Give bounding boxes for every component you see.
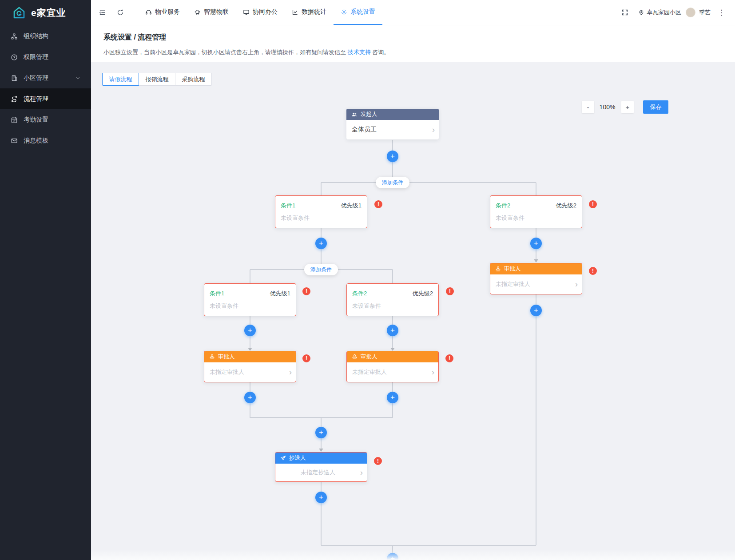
more-options-icon[interactable]: ⋮ xyxy=(715,8,728,17)
page-head: 系统设置 / 流程管理 小区独立设置，当前小区是卓瓦家园，切换小区请点击右上角，… xyxy=(103,33,389,56)
connector-line xyxy=(321,182,536,183)
community-switcher[interactable]: 卓瓦家园小区 xyxy=(638,8,681,16)
permission-icon xyxy=(11,54,18,61)
tech-support-link[interactable]: 技术支持 xyxy=(348,49,371,56)
approver-header-label: 审批人 xyxy=(361,353,377,361)
sidebar-item-org-structure[interactable]: 组织结构 xyxy=(0,26,91,47)
tab-reimburse-flow[interactable]: 报销流程 xyxy=(139,73,175,86)
user-menu[interactable]: 季艺 xyxy=(686,8,711,17)
workflow-icon xyxy=(11,95,18,103)
zoom-in-button[interactable]: + xyxy=(621,101,634,113)
condition-priority: 优先级2 xyxy=(556,202,576,210)
add-node-button[interactable]: + xyxy=(315,492,327,503)
condition-node-header: 条件2 优先级2 xyxy=(347,284,438,298)
condition-node[interactable]: 条件2 优先级2 未设置条件 xyxy=(346,283,439,316)
zoom-level: 100% xyxy=(594,101,621,113)
condition-title: 条件1 xyxy=(210,290,224,298)
initiator-node-body: 全体员工 › xyxy=(346,120,439,139)
save-button[interactable]: 保存 xyxy=(643,100,668,114)
condition-node[interactable]: 条件1 优先级1 未设置条件 xyxy=(275,195,367,228)
add-condition-button[interactable]: 添加条件 xyxy=(304,264,338,275)
add-node-button[interactable]: + xyxy=(387,325,398,336)
condition-priority: 优先级1 xyxy=(341,202,362,210)
cc-node[interactable]: 抄送人 未指定抄送人 › xyxy=(275,452,367,482)
arrowhead-icon xyxy=(248,348,252,351)
condition-title: 条件2 xyxy=(496,202,510,210)
sidebar-item-attendance[interactable]: 考勤设置 xyxy=(0,109,91,130)
nav-item-settings[interactable]: 系统设置 xyxy=(334,0,382,25)
add-node-button[interactable]: + xyxy=(315,238,327,249)
initiator-value: 全体员工 xyxy=(352,126,377,134)
approver-header-label: 审批人 xyxy=(504,265,521,273)
condition-placeholder: 未设置条件 xyxy=(275,210,367,228)
attendance-icon xyxy=(11,116,18,123)
arrowhead-icon xyxy=(534,259,538,262)
add-node-button[interactable]: + xyxy=(530,305,542,316)
nav-item-label: 协同办公 xyxy=(253,8,278,16)
approver-node-body: 未指定审批人 › xyxy=(490,274,582,294)
approver-node[interactable]: 审批人 未指定审批人 › xyxy=(204,351,296,382)
chevron-right-icon: › xyxy=(432,368,434,376)
condition-placeholder: 未设置条件 xyxy=(490,210,582,228)
add-condition-button[interactable]: 添加条件 xyxy=(376,177,409,188)
app-root: { "colors": { "accent_blue": "#338df5", … xyxy=(0,0,735,560)
condition-node[interactable]: 条件2 优先级2 未设置条件 xyxy=(490,195,582,228)
nav-item-label: 物业服务 xyxy=(155,8,180,16)
cc-node-header: 抄送人 xyxy=(275,453,367,464)
condition-node-header: 条件1 优先级1 xyxy=(275,196,367,210)
connector-line xyxy=(536,294,536,545)
sidebar-item-label: 流程管理 xyxy=(24,95,48,103)
nav-item-property-service[interactable]: 物业服务 xyxy=(138,0,187,25)
org-structure-icon xyxy=(11,33,18,40)
add-node-button[interactable]: + xyxy=(387,151,398,162)
page-subtitle: 小区独立设置，当前小区是卓瓦家园，切换小区请点击右上角，请谨慎操作，如有疑问请发… xyxy=(103,48,389,56)
approver-node[interactable]: 审批人 未指定审批人 › xyxy=(346,351,439,382)
app-logo[interactable]: e家宜业 xyxy=(0,0,91,26)
sidebar-item-community[interactable]: 小区管理 xyxy=(0,68,91,88)
add-node-button[interactable]: + xyxy=(244,392,256,403)
add-node-button[interactable]: + xyxy=(530,238,542,249)
flow-type-tabs: 请假流程 报销流程 采购流程 xyxy=(102,73,212,86)
property-service-icon xyxy=(145,9,152,16)
fullscreen-icon[interactable] xyxy=(614,9,634,16)
error-badge: ! xyxy=(589,200,597,208)
approver-node-header: 审批人 xyxy=(490,263,582,274)
cc-header-label: 抄送人 xyxy=(289,454,306,462)
approver-node[interactable]: 审批人 未指定审批人 › xyxy=(490,263,582,294)
message-template-icon xyxy=(11,137,18,144)
condition-node[interactable]: 条件1 优先级1 未设置条件 xyxy=(204,283,296,316)
nav-item-label: 系统设置 xyxy=(350,8,375,16)
add-node-button[interactable]: + xyxy=(244,325,256,336)
chevron-right-icon: › xyxy=(360,469,363,477)
sidebar-item-permission[interactable]: 权限管理 xyxy=(0,47,91,68)
nav-item-collaboration[interactable]: 协同办公 xyxy=(236,0,285,25)
add-node-button[interactable]: + xyxy=(387,392,398,403)
sidebar-item-message-template[interactable]: 消息模板 xyxy=(0,130,91,151)
logo-house-icon xyxy=(12,5,27,20)
approver-placeholder: 未指定审批人 xyxy=(352,368,387,376)
add-node-button[interactable]: + xyxy=(315,427,327,438)
initiator-node[interactable]: 发起人 全体员工 › xyxy=(346,109,439,139)
chevron-right-icon: › xyxy=(432,126,435,134)
refresh-button[interactable] xyxy=(111,0,129,25)
error-badge: ! xyxy=(374,457,382,465)
sidebar-item-workflow[interactable]: 流程管理 xyxy=(0,88,91,109)
arrowhead-icon xyxy=(319,449,323,452)
nav-item-smart-iot[interactable]: 智慧物联 xyxy=(187,0,236,25)
nav-item-statistics[interactable]: 数据统计 xyxy=(285,0,334,25)
collaboration-icon xyxy=(243,9,250,16)
collapse-sidebar-button[interactable] xyxy=(91,0,111,25)
statistics-icon xyxy=(292,9,298,16)
zoom-out-button[interactable]: - xyxy=(582,101,594,113)
approver-node-header: 审批人 xyxy=(204,351,296,362)
connector-line xyxy=(321,183,322,196)
error-badge: ! xyxy=(374,200,382,208)
approver-placeholder: 未指定审批人 xyxy=(496,280,530,288)
tab-purchase-flow[interactable]: 采购流程 xyxy=(175,73,212,86)
topbar-right: 卓瓦家园小区 季艺 ⋮ xyxy=(614,0,735,25)
sidebar-item-label: 组织结构 xyxy=(24,32,48,40)
sidebar: e家宜业 组织结构 权限管理 小区管理 xyxy=(0,0,91,560)
connector-line xyxy=(536,183,536,196)
tab-leave-flow[interactable]: 请假流程 xyxy=(102,73,139,86)
nav-item-label: 智慧物联 xyxy=(204,8,229,16)
